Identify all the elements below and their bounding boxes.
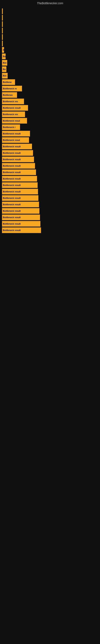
bar-label: Bottleneck result xyxy=(3,210,21,212)
bar-row: Bottleneck resul xyxy=(2,137,100,143)
bar-item: Bottlenec xyxy=(2,92,17,98)
bar-row: Bottleneck resul xyxy=(2,118,100,124)
bar-item: Bottleneck re xyxy=(2,86,22,91)
bar-row: Bottleneck result xyxy=(2,214,100,220)
bar-label: B xyxy=(3,49,4,51)
bar-row: Bo xyxy=(2,66,100,72)
bar-row: Bottleneck result xyxy=(2,208,100,214)
bar-item: Bottleneck resul xyxy=(2,137,29,143)
bar-item xyxy=(2,15,3,20)
bar-item: Bottleneck result xyxy=(2,195,38,201)
bar-row: Bot xyxy=(2,60,100,66)
bar-label: Bottleneck result xyxy=(3,145,21,148)
bar-label: Bot xyxy=(3,74,6,77)
bar-item: Bottleneck r xyxy=(2,124,20,130)
bar-label: Bottleneck result xyxy=(3,171,21,174)
bar-row xyxy=(2,21,100,27)
bar-item: Bottleneck result xyxy=(2,214,40,220)
bar-item: Bottleneck result xyxy=(2,208,39,214)
bar-row xyxy=(2,15,100,20)
bar-item: Bottleneck result xyxy=(2,221,40,226)
bar-label: Bottleneck result xyxy=(3,184,21,186)
site-title-container: TheBottlenecker.com xyxy=(0,0,100,6)
bar-item: B xyxy=(2,47,4,53)
bar-item: Bottleneck res xyxy=(2,112,25,117)
bar-label: Bottleneck result xyxy=(3,197,21,199)
bar-label: Bottleneck re xyxy=(3,87,17,90)
bar-label: Bottleneck res xyxy=(3,113,18,116)
bar-row: Bottleneck r xyxy=(2,124,100,130)
bar-row: Bottlene xyxy=(2,79,100,85)
site-title: TheBottlenecker.com xyxy=(0,0,100,6)
bar-row: Bottleneck result xyxy=(2,195,100,201)
bar-label: Bottleneck result xyxy=(3,222,21,225)
bar-row: Bottleneck result xyxy=(2,150,100,156)
bar-item: Bot xyxy=(2,60,7,66)
bar-label: Bottleneck result xyxy=(3,178,21,180)
bar-item xyxy=(2,34,3,40)
bar-item xyxy=(2,41,3,46)
bar-row: Bottleneck result xyxy=(2,228,100,233)
bar-label: Bottleneck resul xyxy=(3,120,20,122)
bar-label: Bottleneck result xyxy=(3,203,21,206)
bar-item xyxy=(2,28,3,34)
bar-item: Bottleneck result xyxy=(2,182,38,188)
bar-row: Bottleneck re xyxy=(2,86,100,91)
bar-item: Bottleneck result xyxy=(2,144,32,149)
bar-item: Bottleneck result xyxy=(2,170,36,175)
bar-item xyxy=(2,21,3,27)
bar-row: Bottleneck res xyxy=(2,112,100,117)
bar-row: Bot xyxy=(2,73,100,78)
bar-row xyxy=(2,28,100,34)
bar-label: Bo xyxy=(3,68,6,70)
bar-row: Bottleneck result xyxy=(2,182,100,188)
bar-item: Bottleneck result xyxy=(2,176,37,182)
bar-item: Bottleneck result xyxy=(2,156,34,162)
bar-row: Bottleneck result xyxy=(2,131,100,136)
bar-label: Bottleneck result xyxy=(3,152,21,154)
bar-label: Bo xyxy=(3,55,6,58)
bar-item: Bottleneck resul xyxy=(2,118,27,124)
bar-label: Bottleneck result xyxy=(3,132,21,135)
bar-row: Bottleneck result xyxy=(2,176,100,182)
bar-row xyxy=(2,34,100,40)
bar-row: Bottleneck result xyxy=(2,156,100,162)
bar-item: Bo xyxy=(2,54,6,59)
bar-row: Bottlenec xyxy=(2,92,100,98)
bar-row xyxy=(2,8,100,14)
bar-label: Bottleneck result xyxy=(3,190,21,193)
bar-item: Bottleneck result xyxy=(2,150,33,156)
bar-item: Bo xyxy=(2,66,6,72)
bar-label: Bottleneck result xyxy=(3,229,21,232)
bar-row: B xyxy=(2,47,100,53)
bars-container: BBoBotBoBotBottleneBottleneck reBottlene… xyxy=(0,6,100,236)
bar-label: Bottlenec xyxy=(3,94,13,96)
bar-row xyxy=(2,41,100,46)
bar-row: Bottleneck result xyxy=(2,163,100,169)
bar-item: Bottleneck result xyxy=(2,189,38,194)
bar-label: Bottleneck result xyxy=(3,107,21,109)
bar-item: Bottleneck result xyxy=(2,163,35,169)
bar-label: Bot xyxy=(3,62,6,64)
bar-item: Bottlene xyxy=(2,79,15,85)
bar-row: Bottleneck result xyxy=(2,189,100,194)
bar-row: Bottleneck result xyxy=(2,221,100,226)
bar-row: Bo xyxy=(2,54,100,59)
bar-row: Bottleneck result xyxy=(2,170,100,175)
bar-row: Bottleneck res xyxy=(2,98,100,104)
bar-row: Bottleneck result xyxy=(2,105,100,111)
bar-item xyxy=(2,8,3,14)
bar-label: Bottleneck resul xyxy=(3,139,20,141)
bar-label: Bottleneck r xyxy=(3,126,16,128)
bar-label: Bottleneck result xyxy=(3,164,21,167)
bar-label: Bottleneck result xyxy=(3,158,21,160)
bar-item: Bottleneck result xyxy=(2,202,39,207)
bar-item: Bot xyxy=(2,73,8,78)
bar-label: Bottlene xyxy=(3,81,12,83)
bar-row: Bottleneck result xyxy=(2,144,100,149)
bar-item: Bottleneck result xyxy=(2,228,41,233)
bar-row: Bottleneck result xyxy=(2,202,100,207)
bar-item: Bottleneck res xyxy=(2,98,24,104)
bar-item: Bottleneck result xyxy=(2,105,28,111)
bar-label: Bottleneck result xyxy=(3,216,21,218)
